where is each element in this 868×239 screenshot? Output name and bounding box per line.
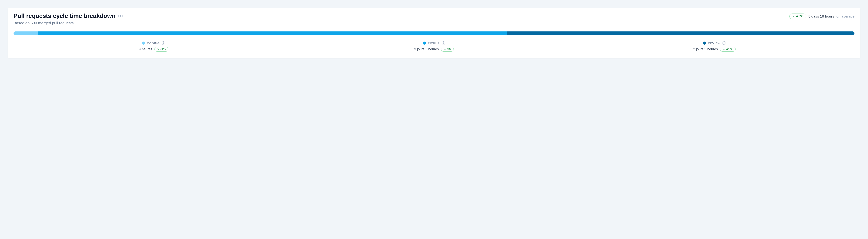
stage-value-row: 3 jours 5 heures ↘ 9% (414, 47, 454, 52)
stage-value-row: 4 heures ↘ -1% (139, 47, 168, 52)
stage-review: REVIEW i 2 jours 9 heures ↘ -20% (575, 40, 855, 52)
stage-value: 4 heures (139, 47, 152, 51)
stage-title-row: REVIEW i (703, 41, 726, 45)
bar-segment-review (507, 31, 855, 35)
card-title: Pull requests cycle time breakdown (13, 12, 116, 20)
summary-delta-value: -25% (796, 14, 803, 18)
card-header: Pull requests cycle time breakdown i Bas… (13, 12, 855, 25)
info-icon[interactable]: i (722, 41, 726, 45)
dot-icon (142, 41, 145, 44)
stage-delta-badge: ↘ 9% (441, 47, 454, 52)
info-icon[interactable]: i (118, 14, 123, 18)
arrow-down-right-icon: ↘ (722, 48, 725, 51)
title-line: Pull requests cycle time breakdown i (13, 12, 123, 20)
stage-label: PICKUP (428, 41, 440, 45)
stage-value: 3 jours 5 heures (414, 47, 439, 51)
summary-delta-badge: ↘ -25% (789, 13, 806, 19)
stage-pickup: PICKUP i 3 jours 5 heures ↘ 9% (294, 40, 574, 52)
info-icon[interactable]: i (162, 41, 165, 45)
stage-title-row: CODING i (142, 41, 165, 45)
stage-delta-value: -1% (160, 48, 166, 51)
arrow-down-right-icon: ↘ (792, 15, 795, 18)
title-block: Pull requests cycle time breakdown i Bas… (13, 12, 123, 25)
summary-block: ↘ -25% 5 days 18 hours on average (789, 13, 855, 19)
arrow-down-right-icon: ↘ (157, 48, 159, 51)
stage-value-row: 2 jours 9 heures ↘ -20% (693, 47, 736, 52)
cycle-time-card: Pull requests cycle time breakdown i Bas… (8, 8, 860, 58)
info-icon[interactable]: i (442, 41, 445, 45)
stage-delta-value: -20% (726, 48, 733, 51)
bar-segment-coding (13, 31, 38, 35)
bar-segment-pickup (38, 31, 507, 35)
stage-label: CODING (147, 41, 160, 45)
stage-delta-badge: ↘ -20% (720, 47, 736, 52)
summary-value: 5 days 18 hours (808, 14, 834, 19)
stage-coding: CODING i 4 heures ↘ -1% (13, 40, 294, 52)
dot-icon (423, 41, 426, 44)
stage-title-row: PICKUP i (423, 41, 445, 45)
stage-value: 2 jours 9 heures (693, 47, 718, 51)
arrow-down-right-icon: ↘ (443, 48, 446, 51)
stage-delta-value: 9% (447, 48, 451, 51)
stages-row: CODING i 4 heures ↘ -1% PICKUP i 3 jours… (13, 40, 855, 52)
dot-icon (703, 41, 706, 44)
stage-label: REVIEW (708, 41, 720, 45)
summary-suffix: on average (836, 14, 855, 19)
card-subtitle: Based on 639 merged pull requests (13, 21, 123, 25)
breakdown-bar (13, 31, 855, 35)
stage-delta-badge: ↘ -1% (154, 47, 168, 52)
